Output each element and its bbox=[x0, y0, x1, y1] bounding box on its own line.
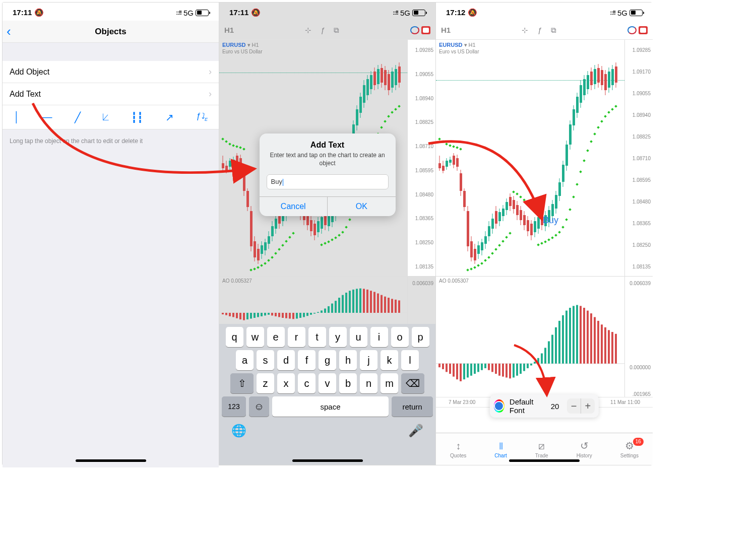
trade-panel-icon[interactable] bbox=[421, 26, 430, 34]
chart-type-icon[interactable] bbox=[410, 26, 419, 34]
indicators-icon[interactable]: ƒ bbox=[537, 26, 541, 34]
svg-rect-394 bbox=[576, 305, 578, 363]
svg-rect-298 bbox=[604, 74, 607, 90]
key-shift[interactable]: ⇧ bbox=[230, 373, 254, 393]
chart-text-object[interactable]: Buy bbox=[543, 215, 558, 226]
mute-icon: 🔕 bbox=[34, 8, 44, 17]
tab-chart[interactable]: ⦀Chart bbox=[494, 440, 507, 458]
key-v[interactable]: v bbox=[319, 373, 336, 393]
ok-button[interactable]: OK bbox=[328, 197, 396, 216]
chart-header: H1 ⊹ ƒ ⧉ bbox=[219, 21, 435, 40]
svg-rect-317 bbox=[484, 259, 487, 262]
timeframe-button[interactable]: H1 bbox=[441, 26, 451, 34]
key-return[interactable]: return bbox=[392, 396, 433, 417]
objects-icon[interactable]: ⧉ bbox=[551, 26, 556, 35]
key-backspace[interactable]: ⌫ bbox=[401, 373, 424, 393]
key-p[interactable]: p bbox=[412, 327, 429, 347]
tab-trade[interactable]: ⧄Trade bbox=[535, 440, 548, 458]
status-bar: 17:11 🔕 ::!! 5G bbox=[219, 3, 435, 21]
key-r[interactable]: r bbox=[288, 327, 305, 347]
crosshair-icon[interactable]: ⊹ bbox=[522, 26, 528, 35]
svg-rect-234 bbox=[491, 219, 494, 229]
svg-rect-359 bbox=[453, 364, 455, 377]
key-z[interactable]: z bbox=[257, 373, 274, 393]
key-c[interactable]: c bbox=[298, 373, 316, 393]
svg-rect-325 bbox=[512, 190, 515, 193]
svg-rect-112 bbox=[260, 264, 263, 267]
key-a[interactable]: a bbox=[236, 350, 254, 370]
svg-rect-369 bbox=[488, 364, 490, 370]
svg-rect-294 bbox=[597, 68, 600, 83]
key-numbers[interactable]: 123 bbox=[222, 396, 246, 417]
key-y[interactable]: y bbox=[329, 327, 347, 347]
crosshair-icon[interactable]: ⊹ bbox=[305, 26, 311, 35]
globe-icon[interactable]: 🌐 bbox=[231, 424, 246, 438]
key-n[interactable]: n bbox=[360, 373, 377, 393]
svg-rect-162 bbox=[257, 313, 259, 317]
color-picker-button[interactable] bbox=[494, 399, 505, 413]
key-i[interactable]: i bbox=[370, 327, 388, 347]
svg-rect-363 bbox=[467, 364, 469, 378]
svg-rect-169 bbox=[282, 313, 284, 318]
key-w[interactable]: w bbox=[246, 327, 264, 347]
svg-rect-252 bbox=[523, 215, 526, 225]
svg-rect-85 bbox=[370, 75, 372, 89]
key-s[interactable]: s bbox=[257, 350, 274, 370]
mic-icon[interactable]: 🎤 bbox=[408, 424, 423, 438]
indicators-icon[interactable]: ƒ bbox=[321, 26, 325, 34]
key-m[interactable]: m bbox=[381, 373, 398, 393]
cancel-button[interactable]: Cancel bbox=[260, 197, 328, 216]
tab-settings[interactable]: ⚙Settings16 bbox=[620, 440, 639, 458]
key-x[interactable]: x bbox=[277, 373, 295, 393]
key-q[interactable]: q bbox=[226, 327, 243, 347]
svg-rect-326 bbox=[516, 192, 519, 195]
svg-rect-343 bbox=[579, 170, 582, 173]
key-d[interactable]: d bbox=[277, 350, 295, 370]
key-h[interactable]: h bbox=[339, 350, 357, 370]
increase-button[interactable]: + bbox=[581, 398, 595, 414]
horizontal-line-icon[interactable]: — bbox=[42, 111, 52, 123]
trend-line-icon[interactable]: ╱ bbox=[75, 111, 81, 123]
svg-rect-244 bbox=[509, 197, 512, 206]
svg-rect-365 bbox=[474, 364, 476, 374]
key-emoji[interactable]: ☺ bbox=[249, 396, 269, 417]
angle-icon[interactable]: ⟀ bbox=[103, 111, 109, 123]
svg-rect-148 bbox=[391, 111, 394, 114]
objects-icon[interactable]: ⧉ bbox=[334, 26, 339, 35]
svg-rect-104 bbox=[228, 143, 231, 146]
key-l[interactable]: l bbox=[401, 350, 419, 370]
svg-rect-337 bbox=[558, 231, 561, 234]
svg-rect-27 bbox=[268, 236, 270, 244]
svg-rect-339 bbox=[565, 218, 568, 221]
trade-panel-icon[interactable] bbox=[639, 26, 648, 34]
fib-icon[interactable]: ┇┇ bbox=[131, 111, 143, 123]
key-e[interactable]: e bbox=[267, 327, 285, 347]
arrow-icon[interactable]: ↗ bbox=[165, 111, 174, 123]
decrease-button[interactable]: − bbox=[567, 398, 581, 414]
row-add-object[interactable]: Add Object› bbox=[3, 61, 219, 83]
key-space[interactable]: space bbox=[272, 396, 389, 417]
svg-rect-355 bbox=[438, 364, 440, 367]
price-chart[interactable]: EURUSD ▾ H1 Euro vs US Dollar 1.0912447:… bbox=[436, 40, 653, 277]
timeframe-button[interactable]: H1 bbox=[224, 26, 234, 34]
tab-history[interactable]: ↺History bbox=[577, 440, 592, 458]
key-b[interactable]: b bbox=[339, 373, 357, 393]
key-f[interactable]: f bbox=[298, 350, 316, 370]
key-k[interactable]: k bbox=[381, 350, 398, 370]
key-o[interactable]: o bbox=[391, 327, 409, 347]
svg-rect-57 bbox=[321, 217, 323, 229]
back-button[interactable]: ‹ bbox=[7, 24, 11, 39]
key-u[interactable]: u bbox=[350, 327, 367, 347]
row-add-text[interactable]: Add Text› bbox=[3, 83, 219, 105]
chart-type-icon[interactable] bbox=[627, 26, 637, 34]
text-elliott-icon[interactable]: ƒ⤵E bbox=[196, 112, 208, 122]
svg-rect-236 bbox=[495, 211, 497, 224]
key-t[interactable]: t bbox=[308, 327, 326, 347]
font-name[interactable]: Default Font bbox=[510, 397, 543, 415]
key-g[interactable]: g bbox=[319, 350, 336, 370]
text-input[interactable]: Buy bbox=[267, 174, 389, 189]
svg-rect-135 bbox=[345, 226, 348, 229]
vertical-line-icon[interactable]: │ bbox=[14, 111, 20, 123]
tab-quotes[interactable]: ↕Quotes bbox=[450, 440, 466, 458]
key-j[interactable]: j bbox=[360, 350, 377, 370]
